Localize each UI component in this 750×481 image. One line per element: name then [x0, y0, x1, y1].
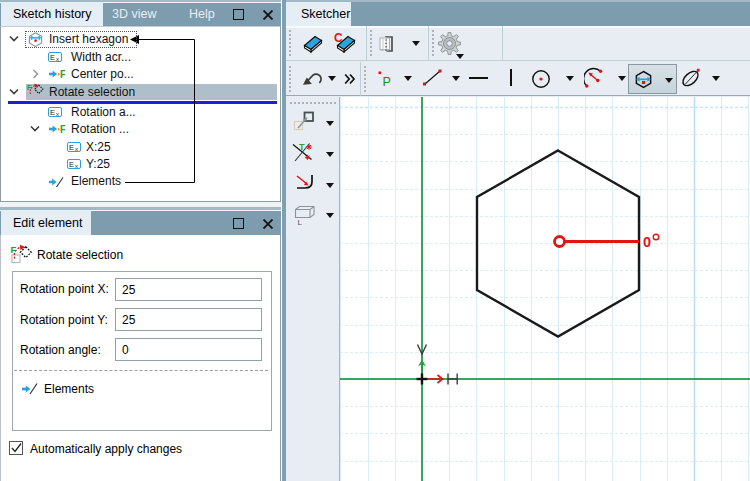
svg-text:x: x: [75, 163, 78, 169]
svg-text:T: T: [299, 142, 305, 152]
svg-text:x: x: [75, 145, 78, 151]
svg-text:E: E: [50, 107, 55, 116]
svg-text:F: F: [60, 69, 65, 80]
svg-text:x: x: [56, 55, 59, 61]
svg-text:F: F: [11, 244, 17, 255]
svg-text:x: x: [56, 110, 59, 116]
svg-text:P: P: [383, 75, 391, 88]
svg-text:0: 0: [643, 234, 651, 250]
svg-text:F: F: [60, 124, 65, 135]
svg-text:E: E: [69, 160, 74, 169]
svg-text:E: E: [69, 142, 74, 151]
svg-text:E: E: [50, 52, 55, 61]
svg-text:L: L: [298, 218, 303, 226]
